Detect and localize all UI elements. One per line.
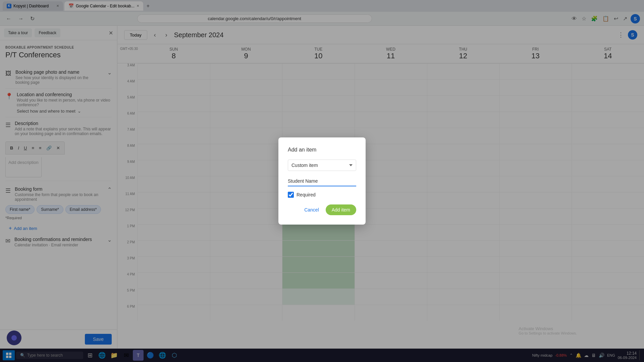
cancel-button[interactable]: Cancel (300, 204, 323, 215)
dialog-required-row: Required (288, 192, 356, 198)
add-item-dialog: Add an item Custom item Name Email Phone… (278, 137, 366, 225)
required-checkbox-label: Required (297, 192, 316, 197)
required-checkbox[interactable] (288, 192, 294, 198)
dialog-name-input[interactable] (288, 176, 356, 186)
dialog-title: Add an item (288, 147, 356, 153)
dialog-overlay[interactable]: Add an item Custom item Name Email Phone… (0, 0, 644, 362)
add-item-dialog-button[interactable]: Add item (326, 204, 356, 215)
dialog-actions: Cancel Add item (288, 204, 356, 215)
dialog-type-select[interactable]: Custom item Name Email Phone (288, 160, 356, 171)
